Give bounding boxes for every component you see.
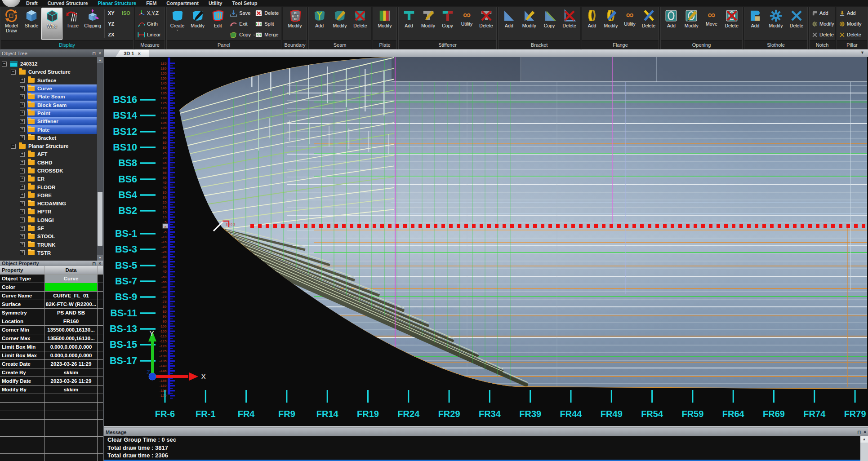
tree-expander-icon[interactable]: + [20, 177, 25, 182]
tree-expander-icon[interactable]: + [20, 201, 25, 206]
opening-modify-button[interactable]: Modify [681, 8, 702, 40]
select-region-button[interactable] [125, 31, 127, 38]
stiffener-utility-button[interactable]: ∞ Utility [457, 8, 476, 40]
flange-utility-button[interactable]: ∞ Utility [620, 8, 639, 40]
property-row-modify-date[interactable]: Modify Date2023-03-26 11:29 [0, 377, 103, 386]
tab-close-icon[interactable]: × [138, 51, 140, 56]
viewport-3d-canvas[interactable]: S-40-3 165160155150145140135130125120115… [104, 57, 868, 426]
notch-add-button[interactable]: Add [810, 10, 830, 17]
slothole-add-button[interactable]: Add [745, 8, 766, 40]
property-row-corner-min[interactable]: Corner Min135500.000,16130... [0, 326, 103, 334]
property-row-curve-name[interactable]: Curve NameCURVE_FL_01 [0, 292, 103, 300]
message-scrollbar[interactable]: ▲ [860, 436, 868, 461]
pillar-delete-button[interactable]: Delete [837, 31, 863, 38]
menu-draft[interactable]: Draft [26, 0, 38, 6]
tree-item-er[interactable]: +ER [0, 175, 103, 183]
tree-expander-icon[interactable]: + [20, 152, 25, 157]
tree-item-plate[interactable]: +Plate [0, 125, 103, 133]
menu-fem[interactable]: FEM [146, 0, 156, 6]
menu-compartment[interactable]: Compartment [166, 0, 199, 6]
panel-modify-button[interactable]: Modify [187, 8, 208, 40]
slothole-modify-button[interactable]: Modify [766, 8, 786, 40]
tree-item-planar-structure[interactable]: −Planar Structure [0, 142, 103, 150]
bracket-add-button[interactable]: Add [499, 8, 519, 40]
tree-expander-icon[interactable]: + [20, 127, 25, 132]
tree-expander-icon[interactable]: + [20, 226, 25, 231]
stiffener-add-button[interactable]: Add [399, 8, 418, 40]
tree-expander-icon[interactable]: + [20, 102, 25, 107]
pillar-modify-button[interactable]: Modify [837, 21, 863, 27]
tree-scrollbar[interactable]: ▲ ▼ [97, 57, 103, 261]
stiffener-delete-button[interactable]: Delete [476, 8, 496, 40]
property-column-header[interactable]: Property [0, 266, 45, 275]
close-icon[interactable]: × [98, 261, 101, 266]
tree-expander-icon[interactable]: + [20, 234, 25, 239]
app-logo[interactable] [2, 0, 21, 7]
property-row-surface[interactable]: Surface82K-FTC-W (R2200... [0, 300, 103, 309]
menu-utility[interactable]: Utility [209, 0, 223, 6]
plate-modify-button[interactable]: Modify [374, 8, 396, 40]
bracket-copy-button[interactable]: Copy [539, 8, 560, 40]
property-row-limit-box-max[interactable]: Limit Box Max0.000,0.000,0.000 [0, 351, 103, 360]
section-pair-button[interactable] [125, 21, 127, 27]
pin-icon[interactable]: ⊓ [92, 261, 96, 266]
flange-delete-button[interactable]: Delete [639, 8, 658, 40]
property-row-create-date[interactable]: Create Date2023-03-26 11:29 [0, 360, 103, 368]
panel-save-button[interactable]: Save [228, 9, 252, 18]
panel-merge-button[interactable]: Merge [253, 31, 280, 39]
panel-exit-button[interactable]: Exit [228, 20, 249, 28]
panel-create-button[interactable]: Create ⌄ [167, 8, 187, 40]
tree-expander-icon[interactable]: + [20, 111, 25, 115]
view-xy-button[interactable]: XY [107, 10, 116, 16]
measure-linear-button[interactable]: Linear [136, 31, 163, 39]
tree-expander-icon[interactable]: + [20, 160, 25, 165]
tree-expander-icon[interactable]: + [20, 168, 25, 173]
tree-item-aft[interactable]: +AFT [0, 150, 103, 158]
tree-item-point[interactable]: +Point [0, 109, 103, 117]
pillar-add-button[interactable]: Add [837, 10, 858, 17]
notch-delete-button[interactable]: Delete [810, 31, 836, 38]
tree-item-floor[interactable]: +FLOOR [0, 183, 103, 191]
tree-item-fore[interactable]: +FORE [0, 191, 103, 199]
stiffener-modify-button[interactable]: Modify [418, 8, 438, 40]
pin-icon[interactable]: ⊓ [857, 430, 861, 434]
tree-expander-icon[interactable]: + [20, 119, 25, 124]
trace-button[interactable]: Trace [62, 8, 83, 40]
tree-item-crossdk[interactable]: +CROSSDK [0, 167, 103, 175]
model-draw-button[interactable]: Model Draw [1, 8, 22, 40]
tree-item-240312[interactable]: −240312 [0, 60, 103, 68]
tree-item-stool[interactable]: +STOOL [0, 232, 103, 240]
scrollbar-thumb[interactable] [98, 192, 102, 246]
opening-add-button[interactable]: Add [661, 8, 681, 40]
tree-item-trunk[interactable]: +TRUNK [0, 241, 103, 249]
tree-expander-icon[interactable]: + [20, 135, 25, 140]
opening-delete-button[interactable]: Delete [721, 8, 742, 40]
measure-girth-button[interactable]: Girth [136, 20, 160, 28]
seam-delete-button[interactable]: Delete [350, 8, 370, 40]
scroll-up-icon[interactable]: ▲ [97, 57, 103, 63]
tree-item-bracket[interactable]: +Bracket [0, 134, 103, 142]
tree-item-tstr[interactable]: +TSTR [0, 249, 103, 257]
tree-item-longi[interactable]: +LONGI [0, 216, 103, 224]
tree-item-hptr[interactable]: +HPTR [0, 208, 103, 216]
tree-expander-icon[interactable]: + [20, 250, 25, 255]
tree-expander-icon[interactable]: − [2, 62, 7, 66]
clipping-button[interactable]: Clipping [83, 8, 103, 40]
close-icon[interactable]: × [98, 51, 101, 56]
tree-expander-icon[interactable]: + [20, 242, 25, 247]
tree-item-cbhd[interactable]: +CBHD [0, 159, 103, 167]
view-yz-button[interactable]: YZ [107, 21, 116, 27]
create-dropdown-chevron[interactable]: ⌄ [176, 28, 179, 31]
tree-item-hcoaming[interactable]: +HCOAMING [0, 199, 103, 208]
tree-item-curve[interactable]: +Curve [0, 84, 103, 93]
boundary-modify-button[interactable]: 1 2 4 3 Modify [284, 8, 306, 40]
tree-expander-icon[interactable]: − [11, 70, 16, 75]
menu-planar-structure[interactable]: Planar Structure [98, 0, 137, 6]
tree-item-sf[interactable]: +SF [0, 224, 103, 232]
tree-expander-icon[interactable]: + [20, 78, 25, 83]
property-row-corner-max[interactable]: Corner Max135500.000,16130... [0, 334, 103, 343]
viewport-tab-3d1[interactable]: 3D 1 × [116, 50, 149, 57]
seam-modify-button[interactable]: Modify [329, 8, 350, 40]
property-row-modify-by[interactable]: Modify Byskkim [0, 386, 103, 394]
tree-expander-icon[interactable]: + [20, 94, 25, 99]
